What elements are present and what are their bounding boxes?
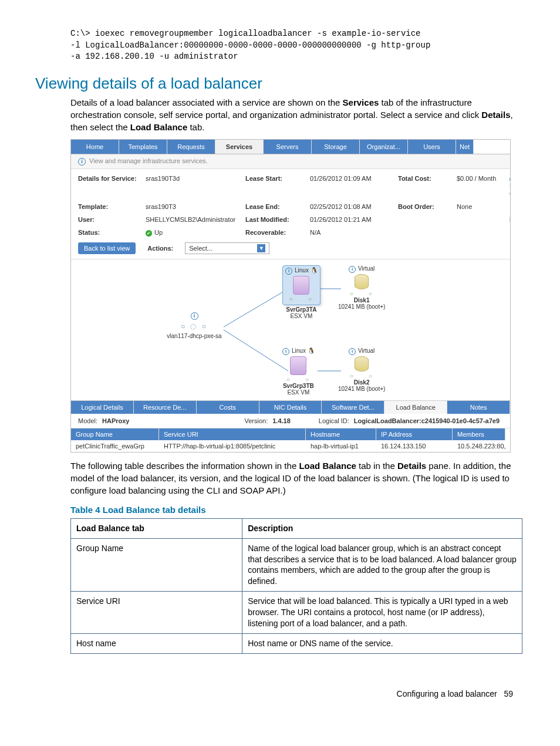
subtab-logical-details[interactable]: Logical Details: [71, 401, 134, 414]
info-bar: iView and manage infrastructure services…: [71, 154, 510, 169]
topology-diagram: i ○ ◌ ○ vlan117-dhcp-pxe-sa iLinux 🐧 ○ ○…: [71, 259, 510, 400]
service-label: Details for Service:: [78, 175, 146, 197]
intro-paragraph: Details of a load balancer associated wi…: [70, 96, 525, 133]
status-value: Up: [146, 229, 245, 237]
subtab-costs[interactable]: Costs: [197, 401, 259, 414]
table-row: Group Name Name of the logical load bala…: [71, 538, 522, 592]
disk-node-1[interactable]: iVirtual ○ ○ Disk1 10241 MB (boot+): [338, 265, 385, 310]
actions-select[interactable]: Select... ▼: [185, 242, 269, 254]
template-label: Template:: [78, 203, 146, 210]
actions-label: Actions:: [147, 245, 173, 252]
page-footer: Configuring a load balancer 59: [35, 689, 525, 698]
lb-table-row: petClinicTraffic_ewaGrp HTTP://hap-lb-vi…: [71, 440, 510, 452]
details-table: Load Balance tab Description Group Name …: [70, 518, 522, 654]
last-modified-label: Last Modified:: [245, 216, 310, 223]
disk-node-2[interactable]: iVirtual ○ ○ Disk2 10241 MB (boot+): [338, 347, 385, 392]
table-row: Service URI Service that will be load ba…: [71, 592, 522, 634]
notes-label: Notes:: [510, 216, 511, 223]
template-value: sras190T3: [146, 203, 245, 210]
dropdown-arrow-icon: ▼: [257, 244, 265, 252]
tab-storage[interactable]: Storage: [312, 140, 360, 154]
table-header-1: Load Balance tab: [71, 518, 242, 538]
ui-screenshot: Home Templates Requests Services Servers…: [70, 139, 511, 453]
sub-tabs: Logical Details Resource De... Costs NIC…: [71, 400, 510, 414]
user-label: User:: [78, 216, 146, 223]
subtab-software-details[interactable]: Software Det...: [322, 401, 384, 414]
server-node-1[interactable]: iLinux 🐧 ○ ○ SvrGrp3TA ESX VM: [282, 265, 321, 319]
lease-end-label: Lease End:: [245, 203, 310, 210]
boot-order-value: None: [457, 203, 510, 210]
tab-home[interactable]: Home: [71, 140, 119, 154]
subtab-nic-details[interactable]: NIC Details: [259, 401, 322, 414]
billing-info-icon[interactable]: i: [510, 175, 511, 183]
tab-templates[interactable]: Templates: [119, 140, 167, 154]
lb-table-headers: Group Name Service URI Hostname IP Addre…: [71, 428, 510, 440]
billing-code-label: Billing Co: [510, 183, 511, 197]
tab-services[interactable]: Services: [215, 140, 264, 154]
nav-tabs: Home Templates Requests Services Servers…: [71, 140, 510, 154]
service-value: sras190T3d: [146, 175, 245, 197]
status-label: Status:: [78, 229, 146, 237]
service-details: Details for Service: sras190T3d Lease St…: [71, 169, 510, 242]
tab-servers[interactable]: Servers: [264, 140, 312, 154]
tab-networks[interactable]: Net: [456, 140, 474, 154]
server-node-2[interactable]: iLinux 🐧 ○ ○ SvrGrp3TB ESX VM: [282, 347, 315, 396]
tab-users[interactable]: Users: [408, 140, 456, 154]
total-cost-label: Total Cost:: [398, 175, 457, 197]
info-icon: i: [78, 158, 86, 166]
table-caption: Table 4 Load Balance tab details: [70, 505, 525, 515]
lease-end-value: 02/25/2012 01:08 AM: [310, 203, 398, 210]
lease-start-value: 01/26/2012 01:09 AM: [310, 175, 398, 197]
code-block: C:\> ioexec removegroupmember logicalloa…: [70, 28, 525, 63]
last-modified-value: 01/26/2012 01:21 AM: [310, 216, 398, 223]
boot-order-label: Boot Order:: [398, 203, 457, 210]
user-value: SHELLYCMSLB2\Administrator: [146, 216, 245, 223]
post-text: The following table describes the inform…: [70, 460, 525, 497]
load-balance-meta: Model: HAProxy Version: 1.4.18 Logical I…: [71, 414, 510, 428]
tab-organizations[interactable]: Organizat...: [360, 140, 408, 154]
lease-start-label: Lease Start:: [245, 175, 310, 197]
back-to-list-button[interactable]: Back to list view: [78, 242, 136, 254]
vlan-node[interactable]: i ○ ◌ ○ vlan117-dhcp-pxe-sa: [159, 312, 230, 339]
tab-requests[interactable]: Requests: [167, 140, 215, 154]
recoverable-label: Recoverable:: [245, 229, 310, 237]
subtab-notes[interactable]: Notes: [447, 401, 510, 414]
section-heading: Viewing details of a load balancer: [35, 75, 525, 93]
total-cost-value: $0.00 / Month: [457, 175, 510, 197]
recoverable-value: N/A: [310, 229, 398, 237]
table-row: Host name Host name or DNS name of the s…: [71, 633, 522, 653]
subtab-resource-details[interactable]: Resource De...: [134, 401, 197, 414]
table-header-2: Description: [242, 518, 522, 538]
subtab-load-balance[interactable]: Load Balance: [384, 401, 447, 414]
